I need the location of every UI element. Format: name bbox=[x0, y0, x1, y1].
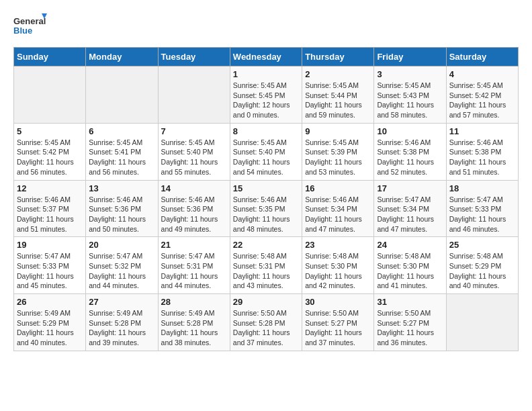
daylight-text: Daylight: 11 hours and 39 minutes. bbox=[89, 328, 146, 347]
sunrise-text: Sunrise: 5:45 AM bbox=[17, 138, 71, 146]
sunset-text: Sunset: 5:44 PM bbox=[305, 91, 357, 99]
calendar: SundayMondayTuesdayWednesdayThursdayFrid… bbox=[13, 47, 519, 351]
calendar-cell bbox=[86, 66, 158, 124]
calendar-cell: 18Sunrise: 5:47 AMSunset: 5:33 PMDayligh… bbox=[446, 180, 518, 237]
day-number: 27 bbox=[89, 297, 154, 307]
calendar-cell: 26Sunrise: 5:49 AMSunset: 5:29 PMDayligh… bbox=[14, 294, 86, 351]
daylight-text: Daylight: 11 hours and 49 minutes. bbox=[161, 215, 218, 233]
calendar-cell: 12Sunrise: 5:46 AMSunset: 5:37 PMDayligh… bbox=[14, 180, 86, 237]
logo-svg: General Blue bbox=[13, 13, 47, 40]
sunset-text: Sunset: 5:34 PM bbox=[377, 205, 429, 213]
calendar-cell: 10Sunrise: 5:46 AMSunset: 5:38 PMDayligh… bbox=[374, 123, 446, 180]
daylight-text: Daylight: 11 hours and 37 minutes. bbox=[305, 328, 362, 347]
sunset-text: Sunset: 5:31 PM bbox=[233, 262, 285, 270]
day-info: Sunrise: 5:45 AMSunset: 5:44 PMDaylight:… bbox=[305, 81, 371, 120]
sunset-text: Sunset: 5:30 PM bbox=[377, 262, 429, 270]
calendar-cell: 6Sunrise: 5:45 AMSunset: 5:41 PMDaylight… bbox=[86, 123, 158, 180]
day-info: Sunrise: 5:45 AMSunset: 5:45 PMDaylight:… bbox=[233, 81, 299, 120]
calendar-week-1: 1Sunrise: 5:45 AMSunset: 5:45 PMDaylight… bbox=[14, 66, 519, 124]
day-number: 9 bbox=[305, 126, 371, 136]
day-number: 26 bbox=[17, 297, 83, 307]
daylight-text: Daylight: 11 hours and 43 minutes. bbox=[233, 272, 290, 290]
sunset-text: Sunset: 5:37 PM bbox=[17, 205, 69, 213]
sunrise-text: Sunrise: 5:45 AM bbox=[305, 81, 359, 89]
day-number: 12 bbox=[17, 183, 83, 193]
weekday-header-saturday: Saturday bbox=[446, 48, 518, 66]
sunset-text: Sunset: 5:38 PM bbox=[449, 148, 502, 156]
day-info: Sunrise: 5:46 AMSunset: 5:36 PMDaylight:… bbox=[89, 195, 154, 234]
sunset-text: Sunset: 5:29 PM bbox=[17, 319, 69, 327]
day-number: 31 bbox=[377, 297, 443, 307]
daylight-text: Daylight: 11 hours and 40 minutes. bbox=[449, 272, 506, 290]
day-info: Sunrise: 5:49 AMSunset: 5:29 PMDaylight:… bbox=[17, 308, 83, 348]
sunset-text: Sunset: 5:40 PM bbox=[161, 148, 214, 156]
sunrise-text: Sunrise: 5:50 AM bbox=[305, 309, 359, 317]
daylight-text: Daylight: 11 hours and 47 minutes. bbox=[377, 215, 434, 233]
day-number: 19 bbox=[17, 240, 83, 250]
sunrise-text: Sunrise: 5:45 AM bbox=[377, 81, 431, 89]
sunrise-text: Sunrise: 5:47 AM bbox=[161, 252, 215, 260]
sunset-text: Sunset: 5:27 PM bbox=[377, 319, 429, 327]
day-number: 20 bbox=[89, 240, 154, 250]
day-info: Sunrise: 5:46 AMSunset: 5:38 PMDaylight:… bbox=[449, 138, 515, 177]
calendar-cell: 5Sunrise: 5:45 AMSunset: 5:42 PMDaylight… bbox=[14, 123, 86, 180]
calendar-cell: 27Sunrise: 5:49 AMSunset: 5:28 PMDayligh… bbox=[86, 294, 158, 351]
sunrise-text: Sunrise: 5:45 AM bbox=[305, 138, 359, 146]
sunset-text: Sunset: 5:28 PM bbox=[161, 319, 214, 327]
day-number: 21 bbox=[161, 240, 227, 250]
day-info: Sunrise: 5:45 AMSunset: 5:42 PMDaylight:… bbox=[17, 138, 83, 177]
sunset-text: Sunset: 5:42 PM bbox=[17, 148, 69, 156]
sunrise-text: Sunrise: 5:50 AM bbox=[377, 309, 431, 317]
sunset-text: Sunset: 5:27 PM bbox=[305, 319, 357, 327]
calendar-cell: 1Sunrise: 5:45 AMSunset: 5:45 PMDaylight… bbox=[230, 66, 302, 124]
day-number: 29 bbox=[233, 297, 299, 307]
calendar-cell: 25Sunrise: 5:48 AMSunset: 5:29 PMDayligh… bbox=[446, 237, 518, 294]
sunset-text: Sunset: 5:43 PM bbox=[377, 91, 429, 99]
sunrise-text: Sunrise: 5:46 AM bbox=[89, 195, 142, 203]
sunset-text: Sunset: 5:28 PM bbox=[233, 319, 285, 327]
daylight-text: Daylight: 11 hours and 46 minutes. bbox=[449, 215, 506, 233]
weekday-header-wednesday: Wednesday bbox=[230, 48, 302, 66]
day-number: 11 bbox=[449, 126, 515, 136]
calendar-cell: 11Sunrise: 5:46 AMSunset: 5:38 PMDayligh… bbox=[446, 123, 518, 180]
sunrise-text: Sunrise: 5:46 AM bbox=[233, 195, 287, 203]
calendar-cell: 3Sunrise: 5:45 AMSunset: 5:43 PMDaylight… bbox=[374, 66, 446, 124]
daylight-text: Daylight: 11 hours and 42 minutes. bbox=[305, 272, 362, 290]
sunset-text: Sunset: 5:36 PM bbox=[161, 205, 214, 213]
calendar-cell: 30Sunrise: 5:50 AMSunset: 5:27 PMDayligh… bbox=[302, 294, 374, 351]
day-number: 2 bbox=[305, 69, 371, 79]
calendar-cell: 8Sunrise: 5:45 AMSunset: 5:40 PMDaylight… bbox=[230, 123, 302, 180]
day-info: Sunrise: 5:45 AMSunset: 5:39 PMDaylight:… bbox=[305, 138, 371, 177]
calendar-cell: 4Sunrise: 5:45 AMSunset: 5:42 PMDaylight… bbox=[446, 66, 518, 124]
daylight-text: Daylight: 11 hours and 37 minutes. bbox=[233, 328, 290, 347]
day-number: 24 bbox=[377, 240, 443, 250]
sunset-text: Sunset: 5:28 PM bbox=[89, 319, 141, 327]
day-number: 10 bbox=[377, 126, 443, 136]
weekday-header-tuesday: Tuesday bbox=[158, 48, 230, 66]
weekday-header-sunday: Sunday bbox=[14, 48, 86, 66]
calendar-week-5: 26Sunrise: 5:49 AMSunset: 5:29 PMDayligh… bbox=[14, 294, 519, 351]
sunrise-text: Sunrise: 5:49 AM bbox=[17, 309, 71, 317]
daylight-text: Daylight: 11 hours and 56 minutes. bbox=[89, 158, 146, 176]
daylight-text: Daylight: 11 hours and 38 minutes. bbox=[161, 328, 218, 347]
day-info: Sunrise: 5:47 AMSunset: 5:33 PMDaylight:… bbox=[17, 251, 83, 291]
calendar-cell bbox=[158, 66, 230, 124]
svg-text:Blue: Blue bbox=[13, 26, 32, 36]
calendar-cell: 29Sunrise: 5:50 AMSunset: 5:28 PMDayligh… bbox=[230, 294, 302, 351]
sunrise-text: Sunrise: 5:45 AM bbox=[233, 81, 287, 89]
daylight-text: Daylight: 11 hours and 47 minutes. bbox=[305, 215, 362, 233]
daylight-text: Daylight: 11 hours and 50 minutes. bbox=[89, 215, 146, 233]
day-info: Sunrise: 5:45 AMSunset: 5:40 PMDaylight:… bbox=[161, 138, 227, 177]
sunset-text: Sunset: 5:30 PM bbox=[305, 262, 357, 270]
calendar-cell bbox=[446, 294, 518, 351]
sunrise-text: Sunrise: 5:47 AM bbox=[89, 252, 142, 260]
calendar-cell: 7Sunrise: 5:45 AMSunset: 5:40 PMDaylight… bbox=[158, 123, 230, 180]
day-number: 1 bbox=[233, 69, 299, 79]
day-number: 30 bbox=[305, 297, 371, 307]
calendar-cell: 9Sunrise: 5:45 AMSunset: 5:39 PMDaylight… bbox=[302, 123, 374, 180]
day-info: Sunrise: 5:47 AMSunset: 5:34 PMDaylight:… bbox=[377, 195, 443, 234]
day-info: Sunrise: 5:45 AMSunset: 5:42 PMDaylight:… bbox=[449, 81, 515, 120]
sunset-text: Sunset: 5:33 PM bbox=[17, 262, 69, 270]
sunrise-text: Sunrise: 5:45 AM bbox=[449, 81, 503, 89]
daylight-text: Daylight: 11 hours and 53 minutes. bbox=[305, 158, 362, 176]
